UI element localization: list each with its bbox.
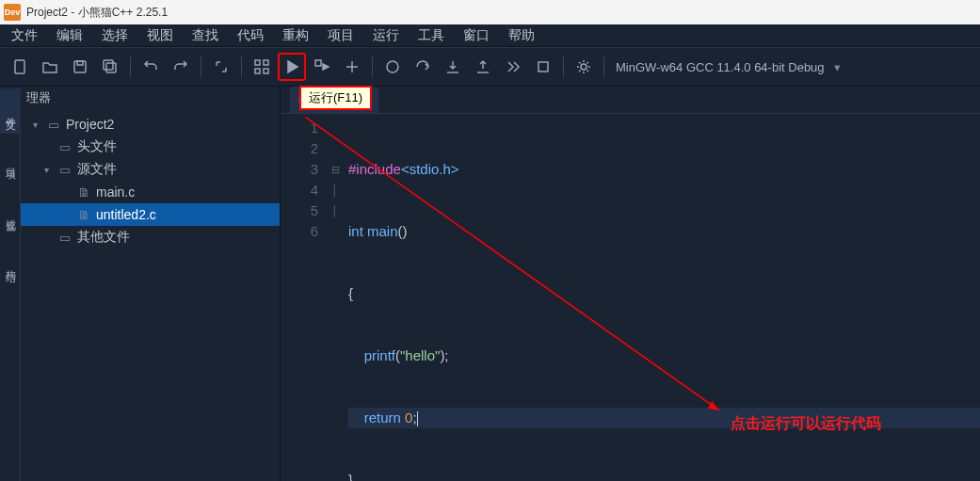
redo-icon[interactable] bbox=[167, 53, 195, 81]
file-icon: 🗎 bbox=[75, 185, 92, 200]
code-area[interactable]: 1 2 3 4 5 6 ⊟││ #include<stdio.h> int ma… bbox=[281, 114, 980, 481]
tree-project-root[interactable]: ▾ ▭ Project2 bbox=[21, 113, 280, 136]
code-token: printf bbox=[364, 347, 395, 363]
line-number: 6 bbox=[281, 221, 318, 242]
run-button[interactable] bbox=[278, 53, 306, 81]
continue-icon[interactable] bbox=[499, 53, 527, 81]
svg-rect-0 bbox=[15, 60, 24, 73]
svg-rect-8 bbox=[264, 69, 268, 73]
side-tab-structure[interactable]: 结构 bbox=[0, 241, 21, 286]
menu-refactor[interactable]: 重构 bbox=[273, 24, 318, 46]
line-gutter: 1 2 3 4 5 6 bbox=[281, 114, 328, 481]
svg-rect-2 bbox=[77, 61, 83, 65]
side-tab-project[interactable]: 项目 bbox=[0, 139, 21, 184]
tree-folder-headers[interactable]: ▭ 头文件 bbox=[21, 136, 280, 158]
tree-folder-others[interactable]: ▭ 其他文件 bbox=[21, 226, 280, 249]
line-number: 1 bbox=[281, 118, 318, 138]
folder-icon: ▭ bbox=[56, 163, 73, 177]
menu-find[interactable]: 查找 bbox=[183, 24, 228, 46]
line-number: 4 bbox=[281, 180, 318, 200]
menu-edit[interactable]: 编辑 bbox=[47, 24, 92, 46]
menu-select[interactable]: 选择 bbox=[92, 24, 137, 46]
fold-gutter: ⊟││ bbox=[328, 114, 343, 481]
fold-icon[interactable]: ⊟ bbox=[328, 159, 343, 180]
tree-label: main.c bbox=[96, 184, 135, 200]
code-token: int bbox=[348, 223, 363, 239]
menu-view[interactable]: 视图 bbox=[137, 24, 183, 46]
svg-rect-6 bbox=[264, 60, 268, 65]
compiler-name: MinGW-w64 GCC 11.4.0 64-bit Debug bbox=[616, 60, 825, 74]
settings-icon[interactable] bbox=[570, 53, 598, 81]
menu-code[interactable]: 代码 bbox=[228, 24, 273, 46]
svg-rect-1 bbox=[74, 61, 86, 72]
save-all-icon[interactable] bbox=[96, 53, 124, 81]
editor-tabs: untitled2.c ✕ bbox=[281, 87, 980, 114]
compiler-selector[interactable]: MinGW-w64 GCC 11.4.0 64-bit Debug ▾ bbox=[616, 60, 841, 74]
tree-label: Project2 bbox=[66, 117, 114, 132]
menu-tools[interactable]: 工具 bbox=[409, 24, 454, 46]
toolbar-separator bbox=[563, 56, 564, 77]
step-over-icon[interactable] bbox=[409, 53, 437, 81]
tree-file-main[interactable]: 🗎 main.c bbox=[21, 181, 280, 203]
menu-project[interactable]: 项目 bbox=[318, 24, 363, 46]
title-bar: Dev Project2 - 小熊猫C++ 2.25.1 bbox=[0, 0, 980, 24]
open-file-icon[interactable] bbox=[36, 53, 64, 81]
toolbar-separator bbox=[241, 56, 242, 77]
toolbar-separator bbox=[372, 56, 373, 77]
step-out-icon[interactable] bbox=[469, 53, 497, 81]
code-token: main bbox=[363, 223, 398, 239]
line-number: 2 bbox=[281, 138, 318, 159]
code-token: "hello" bbox=[400, 347, 440, 363]
undo-icon[interactable] bbox=[137, 53, 165, 81]
code-token: () bbox=[398, 223, 408, 239]
app-icon: Dev bbox=[4, 4, 21, 21]
code-token: ); bbox=[440, 347, 448, 363]
tree-label: 其他文件 bbox=[77, 229, 130, 246]
code-token: { bbox=[348, 285, 353, 301]
svg-rect-9 bbox=[315, 60, 321, 66]
expand-icon[interactable] bbox=[207, 53, 235, 81]
menu-file[interactable]: 文件 bbox=[2, 24, 47, 46]
tree-label: untitled2.c bbox=[96, 207, 156, 222]
debug-icon[interactable] bbox=[378, 53, 407, 81]
file-icon: 🗎 bbox=[75, 208, 92, 222]
svg-rect-3 bbox=[104, 60, 113, 70]
folder-icon: ▭ bbox=[45, 118, 62, 132]
svg-point-10 bbox=[387, 61, 398, 72]
toolbar-separator bbox=[130, 56, 131, 77]
svg-rect-11 bbox=[538, 62, 548, 72]
compile-run-icon[interactable] bbox=[308, 53, 336, 81]
side-tab-watch[interactable]: 监视 bbox=[0, 190, 21, 235]
panel-title: 理器 bbox=[21, 87, 280, 109]
code-token: return bbox=[364, 409, 405, 425]
save-icon[interactable] bbox=[66, 53, 94, 81]
menu-run[interactable]: 运行 bbox=[363, 24, 409, 46]
svg-rect-5 bbox=[255, 60, 260, 65]
tree-label: 头文件 bbox=[77, 138, 117, 155]
new-file-icon[interactable] bbox=[6, 53, 34, 81]
code-content[interactable]: #include<stdio.h> int main() { printf("h… bbox=[343, 114, 980, 481]
tree-file-untitled[interactable]: 🗎 untitled2.c bbox=[21, 203, 280, 226]
toolbar: MinGW-w64 GCC 11.4.0 64-bit Debug ▾ 运行(F… bbox=[0, 47, 980, 87]
svg-rect-4 bbox=[106, 63, 116, 72]
folder-icon: ▭ bbox=[56, 231, 73, 245]
menu-bar: 文件 编辑 选择 视图 查找 代码 重构 项目 运行 工具 窗口 帮助 bbox=[0, 24, 980, 47]
tree-folder-sources[interactable]: ▾ ▭ 源文件 bbox=[21, 158, 280, 181]
compile-icon[interactable] bbox=[248, 53, 276, 81]
side-tab-files[interactable]: 文件 bbox=[0, 88, 21, 134]
step-into-icon[interactable] bbox=[439, 53, 467, 81]
project-panel: 理器 ▾ ▭ Project2 ▭ 头文件 ▾ ▭ 源文件 🗎 main.c bbox=[21, 87, 281, 481]
run-tooltip: 运行(F11) bbox=[299, 86, 372, 110]
main-area: 文件 项目 监视 结构 理器 ▾ ▭ Project2 ▭ 头文件 ▾ ▭ 源文… bbox=[0, 87, 980, 481]
chevron-down-icon: ▾ bbox=[28, 120, 41, 130]
rebuild-icon[interactable] bbox=[338, 53, 366, 81]
line-number: 3 bbox=[281, 159, 318, 180]
code-token: <stdio.h> bbox=[401, 161, 459, 177]
menu-window[interactable]: 窗口 bbox=[454, 24, 499, 46]
code-token: #include bbox=[348, 161, 401, 177]
folder-icon: ▭ bbox=[56, 140, 73, 154]
stop-icon[interactable] bbox=[529, 53, 557, 81]
toolbar-separator bbox=[201, 56, 201, 77]
menu-help[interactable]: 帮助 bbox=[499, 24, 544, 46]
toolbar-separator bbox=[603, 56, 604, 77]
